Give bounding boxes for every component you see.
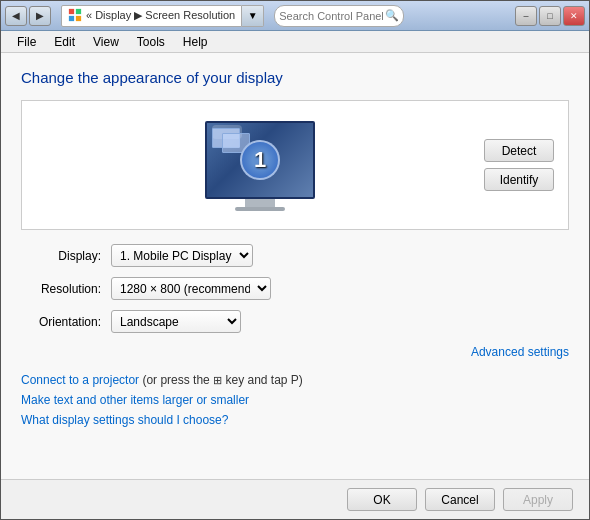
- resolution-label: Resolution:: [21, 282, 111, 296]
- projector-text-after: key and tap P): [225, 373, 302, 387]
- minimize-button[interactable]: –: [515, 6, 537, 26]
- ok-button[interactable]: OK: [347, 488, 417, 511]
- resolution-select[interactable]: 1280 × 800 (recommended): [111, 277, 271, 300]
- resolution-control: 1280 × 800 (recommended): [111, 277, 271, 300]
- orientation-control: Landscape: [111, 310, 241, 333]
- nav-buttons: ◀ ▶: [5, 6, 51, 26]
- address-bar: « Display ▶ Screen Resolution ▼: [61, 5, 264, 27]
- menu-tools[interactable]: Tools: [129, 33, 173, 51]
- links-section: Connect to a projector (or press the ⊞ k…: [21, 373, 569, 427]
- content-area: Change the appearance of your display 1 …: [1, 53, 589, 479]
- main-window: ◀ ▶ « Display ▶ Screen Resolution: [0, 0, 590, 520]
- menu-edit[interactable]: Edit: [46, 33, 83, 51]
- display-label: Display:: [21, 249, 111, 263]
- title-bar: ◀ ▶ « Display ▶ Screen Resolution: [1, 1, 589, 31]
- svg-rect-1: [76, 8, 81, 13]
- monitor-area: 1: [36, 121, 484, 209]
- svg-rect-2: [69, 15, 74, 20]
- display-settings-link-line: What display settings should I choose?: [21, 413, 569, 427]
- display-preview-box: 1 Detect Identify: [21, 100, 569, 230]
- advanced-settings-area: Advanced settings: [21, 345, 569, 359]
- close-button[interactable]: ✕: [563, 6, 585, 26]
- back-button[interactable]: ◀: [5, 6, 27, 26]
- breadcrumb-text: « Display ▶ Screen Resolution: [86, 9, 235, 22]
- display-control: 1. Mobile PC Display: [111, 244, 253, 267]
- menu-help[interactable]: Help: [175, 33, 216, 51]
- display-row: Display: 1. Mobile PC Display: [21, 244, 569, 267]
- monitor-display: 1: [205, 121, 315, 209]
- advanced-settings-link[interactable]: Advanced settings: [471, 345, 569, 359]
- page-title: Change the appearance of your display: [21, 69, 569, 86]
- forward-button[interactable]: ▶: [29, 6, 51, 26]
- orientation-row: Orientation: Landscape: [21, 310, 569, 333]
- title-bar-left: ◀ ▶ « Display ▶ Screen Resolution: [5, 5, 404, 27]
- detect-button-group: Detect Identify: [484, 139, 554, 191]
- larger-text-link[interactable]: Make text and other items larger or smal…: [21, 393, 249, 407]
- monitor-number-badge: 1: [240, 140, 280, 180]
- window-controls: – □ ✕: [515, 6, 585, 26]
- monitor-stand: [245, 199, 275, 207]
- win-key-icon: ⊞: [213, 374, 222, 386]
- projector-link-line: Connect to a projector (or press the ⊞ k…: [21, 373, 569, 387]
- menu-file[interactable]: File: [9, 33, 44, 51]
- cancel-button[interactable]: Cancel: [425, 488, 495, 511]
- svg-rect-0: [69, 8, 74, 13]
- win-icon: [68, 8, 82, 24]
- resolution-row: Resolution: 1280 × 800 (recommended): [21, 277, 569, 300]
- bottom-bar: OK Cancel Apply: [1, 479, 589, 519]
- monitor-base: [235, 207, 285, 211]
- maximize-button[interactable]: □: [539, 6, 561, 26]
- display-select[interactable]: 1. Mobile PC Display: [111, 244, 253, 267]
- identify-button[interactable]: Identify: [484, 168, 554, 191]
- menu-view[interactable]: View: [85, 33, 127, 51]
- orientation-select[interactable]: Landscape: [111, 310, 241, 333]
- orientation-label: Orientation:: [21, 315, 111, 329]
- search-box[interactable]: 🔍: [274, 5, 404, 27]
- projector-text-before: (or press the: [142, 373, 213, 387]
- larger-text-link-line: Make text and other items larger or smal…: [21, 393, 569, 407]
- search-input[interactable]: [279, 10, 385, 22]
- breadcrumb-arrow[interactable]: ▼: [242, 5, 264, 27]
- monitor-screen: 1: [205, 121, 315, 199]
- display-settings-link[interactable]: What display settings should I choose?: [21, 413, 228, 427]
- projector-link[interactable]: Connect to a projector: [21, 373, 139, 387]
- search-icon: 🔍: [385, 9, 399, 22]
- breadcrumb: « Display ▶ Screen Resolution: [61, 5, 242, 27]
- menu-bar: File Edit View Tools Help: [1, 31, 589, 53]
- svg-rect-3: [76, 15, 81, 20]
- apply-button[interactable]: Apply: [503, 488, 573, 511]
- detect-button[interactable]: Detect: [484, 139, 554, 162]
